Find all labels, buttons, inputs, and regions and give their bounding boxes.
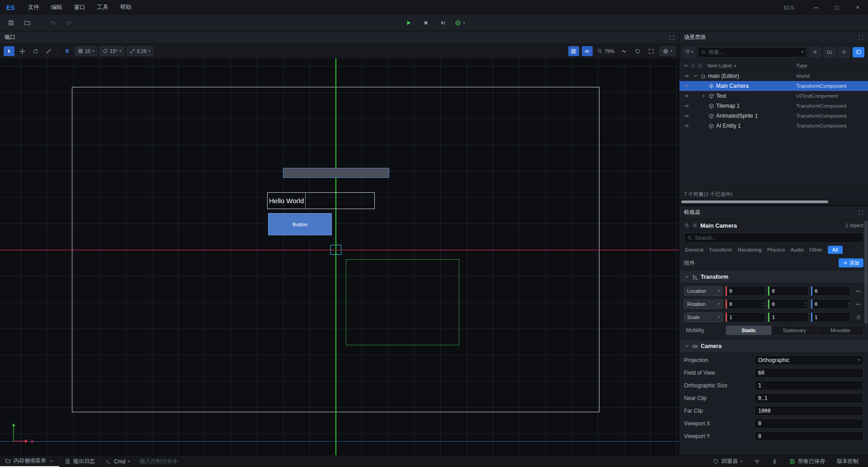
column-item-label[interactable]: Item Label bbox=[708, 63, 732, 68]
inspector-search-input[interactable] bbox=[695, 235, 860, 241]
undo-button[interactable] bbox=[47, 18, 58, 29]
hierarchy-search-input[interactable] bbox=[708, 49, 799, 55]
scale-x-field[interactable] bbox=[727, 315, 765, 320]
scale-y-field[interactable] bbox=[769, 315, 807, 320]
table-row[interactable]: Tilemap 1 TransformComponent bbox=[679, 101, 868, 111]
table-row[interactable]: AnimatedSprite 1 TransformComponent bbox=[679, 111, 868, 121]
close-button[interactable]: × bbox=[847, 0, 868, 15]
mobility-static[interactable]: Static bbox=[726, 326, 771, 335]
rotation-x-field[interactable] bbox=[727, 301, 763, 307]
location-z-field[interactable] bbox=[812, 288, 850, 294]
rotation-mode-dropdown[interactable]: Rotation▾ bbox=[684, 299, 723, 309]
ui-button-element[interactable]: Button bbox=[268, 213, 332, 235]
reset-view-button[interactable] bbox=[632, 46, 643, 56]
table-row[interactable]: AI Entity 1 TransformComponent bbox=[679, 121, 868, 131]
menu-file[interactable]: 文件 bbox=[22, 0, 45, 15]
open-button[interactable] bbox=[22, 18, 33, 29]
pivot-marker[interactable] bbox=[330, 245, 341, 255]
location-mode-dropdown[interactable]: Location▾ bbox=[684, 286, 723, 296]
viewport-maximize-button[interactable] bbox=[669, 35, 675, 40]
panel-view-button[interactable] bbox=[853, 47, 864, 57]
mobility-stationary[interactable]: Stationary bbox=[771, 326, 817, 335]
table-row[interactable]: Text UITextComponent bbox=[679, 91, 868, 101]
stats-button[interactable] bbox=[619, 46, 630, 56]
expand-toggle[interactable] bbox=[692, 73, 698, 79]
save-button[interactable] bbox=[5, 18, 16, 29]
scene-canvas[interactable]: Hello World Button × bbox=[0, 58, 679, 455]
save-status[interactable]: 所有已保存 bbox=[784, 457, 830, 465]
revision-dropdown[interactable]: 回退器 ▾ bbox=[708, 457, 747, 465]
tab-other[interactable]: Other bbox=[809, 247, 822, 253]
maximize-button[interactable]: □ bbox=[826, 0, 847, 15]
inspector-maximize-button[interactable] bbox=[858, 210, 863, 215]
camera-section-header[interactable]: Camera bbox=[679, 340, 868, 352]
redo-button[interactable] bbox=[63, 18, 74, 29]
add-entity-button[interactable] bbox=[809, 47, 821, 57]
table-row-selected[interactable]: Main Camera TransformComponent bbox=[679, 81, 868, 91]
ui-text-element[interactable]: Hello World bbox=[267, 192, 375, 209]
play-button[interactable] bbox=[403, 18, 414, 29]
menu-edit[interactable]: 编辑 bbox=[45, 0, 68, 15]
scrollbar-thumb[interactable] bbox=[681, 200, 828, 203]
move-tool-button[interactable] bbox=[17, 46, 28, 56]
spinner-icon[interactable]: ▴▾ bbox=[805, 301, 808, 307]
stop-button[interactable] bbox=[420, 18, 431, 29]
far-clip-input[interactable] bbox=[758, 408, 860, 414]
grid-snap-dropdown[interactable]: 10 ▾ bbox=[75, 46, 97, 56]
horizontal-scrollbar[interactable] bbox=[679, 199, 868, 205]
hierarchy-maximize-button[interactable] bbox=[858, 35, 863, 40]
tab-audio[interactable]: Audio bbox=[791, 247, 804, 253]
column-type[interactable]: Type bbox=[796, 63, 807, 68]
expand-toggle[interactable] bbox=[700, 93, 707, 99]
spinner-icon[interactable]: ▴▾ bbox=[763, 301, 765, 307]
fullscreen-button[interactable] bbox=[646, 46, 657, 56]
near-clip-input[interactable] bbox=[758, 395, 860, 401]
location-y-field[interactable] bbox=[769, 288, 807, 294]
link-axes-button[interactable] bbox=[854, 301, 863, 307]
rotation-z-field[interactable] bbox=[812, 301, 848, 307]
vertical-scrollbar[interactable] bbox=[864, 220, 868, 453]
mobility-movable[interactable]: Movable bbox=[817, 326, 863, 335]
entity-bounds-rect[interactable] bbox=[346, 259, 459, 345]
uniform-scale-lock-button[interactable] bbox=[854, 315, 863, 320]
tab-transform[interactable]: Transform bbox=[709, 247, 732, 253]
output-log-button[interactable]: 输出日志 bbox=[60, 456, 100, 467]
visibility-toggle[interactable] bbox=[683, 123, 690, 129]
selected-sprite-rect[interactable] bbox=[283, 168, 389, 178]
transform-section-header[interactable]: Transform bbox=[679, 271, 868, 283]
platform-dropdown[interactable]: ▾ bbox=[454, 19, 465, 26]
viewport-y-input[interactable] bbox=[758, 433, 860, 439]
spinner-icon[interactable]: ▴▾ bbox=[848, 301, 850, 307]
snap-toggle-button[interactable] bbox=[61, 46, 72, 56]
tab-all[interactable]: All bbox=[828, 246, 843, 254]
content-drawer-button[interactable]: 内容侧滑菜单 bbox=[0, 456, 59, 467]
visibility-toggle[interactable] bbox=[683, 73, 690, 79]
tab-rendering[interactable]: Rendering bbox=[738, 247, 762, 253]
world-dropdown[interactable]: ▾ bbox=[660, 46, 675, 56]
filter-button[interactable]: ▾ bbox=[683, 47, 695, 57]
visibility-toggle[interactable] bbox=[683, 103, 690, 109]
minimize-button[interactable]: ─ bbox=[806, 0, 826, 15]
visibility-toggle-button[interactable] bbox=[582, 46, 593, 56]
tab-general[interactable]: General bbox=[685, 247, 703, 253]
select-tool-button[interactable] bbox=[4, 46, 14, 56]
step-button[interactable] bbox=[437, 18, 448, 29]
rotation-y-field[interactable] bbox=[769, 301, 805, 307]
table-row[interactable]: main (Editor) World bbox=[679, 71, 868, 81]
inspector-search[interactable] bbox=[684, 233, 863, 243]
gear-icon[interactable] bbox=[692, 223, 698, 228]
hierarchy-settings-button[interactable] bbox=[838, 47, 850, 57]
version-control-button[interactable]: 版本控制 bbox=[832, 457, 863, 465]
visibility-toggle[interactable] bbox=[683, 83, 690, 89]
new-folder-button[interactable] bbox=[824, 47, 835, 57]
network-status-button[interactable] bbox=[749, 458, 765, 464]
lock-icon[interactable] bbox=[684, 223, 689, 228]
audio-status-button[interactable] bbox=[767, 458, 783, 464]
visibility-toggle[interactable] bbox=[683, 93, 690, 99]
location-x-field[interactable] bbox=[727, 288, 765, 294]
scale-z-field[interactable] bbox=[812, 315, 850, 320]
menu-window[interactable]: 窗口 bbox=[68, 0, 91, 15]
link-axes-button[interactable] bbox=[854, 288, 863, 294]
rotation-snap-dropdown[interactable]: 15° ▾ bbox=[99, 46, 124, 56]
zoom-control[interactable]: 79% bbox=[595, 46, 616, 56]
